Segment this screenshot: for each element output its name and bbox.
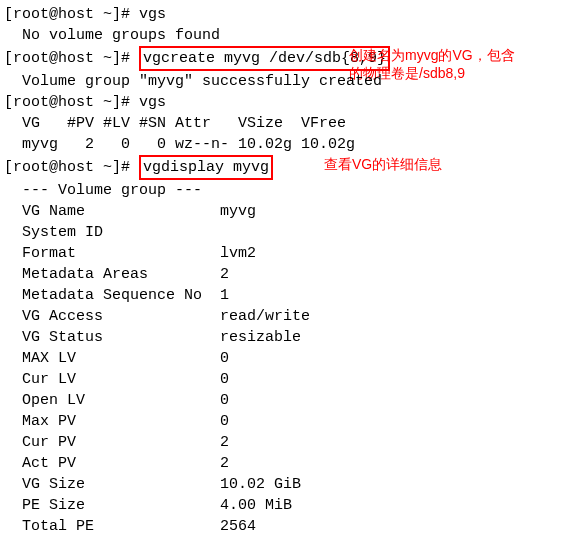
prompt: [root@host ~]# (4, 159, 139, 176)
value-act-pv: 2 (220, 455, 229, 472)
vg-size-row: VG Size 10.02 GiB (4, 474, 570, 495)
pe-size-row: PE Size 4.00 MiB (4, 495, 570, 516)
cur-lv-row: Cur LV 0 (4, 369, 570, 390)
vgs-row: myvg 2 0 0 wz--n- 10.02g 10.02g (4, 134, 570, 155)
max-lv-row: MAX LV 0 (4, 348, 570, 369)
label-cur-pv: Cur PV (4, 434, 220, 451)
value-metadata-areas: 2 (220, 266, 229, 283)
label-max-lv: MAX LV (4, 350, 220, 367)
prompt: [root@host ~]# (4, 94, 139, 111)
value-vg-access: read/write (220, 308, 310, 325)
label-cur-lv: Cur LV (4, 371, 220, 388)
value-metadata-seq: 1 (220, 287, 229, 304)
value-format: lvm2 (220, 245, 256, 262)
value-max-pv: 0 (220, 413, 229, 430)
value-open-lv: 0 (220, 392, 229, 409)
annotation-view-vg: 查看VG的详细信息 (324, 155, 442, 175)
system-id-row: System ID (4, 222, 570, 243)
label-format: Format (4, 245, 220, 262)
value-vg-status: resizable (220, 329, 301, 346)
label-vg-status: VG Status (4, 329, 220, 346)
vg-status-row: VG Status resizable (4, 327, 570, 348)
value-cur-pv: 2 (220, 434, 229, 451)
value-total-pe: 2564 (220, 518, 256, 535)
prompt: [root@host ~]# (4, 50, 139, 67)
annotation-create-vg-line1: 创建名为myvg的VG，包含 (349, 46, 515, 66)
label-vg-access: VG Access (4, 308, 220, 325)
label-max-pv: Max PV (4, 413, 220, 430)
label-open-lv: Open LV (4, 392, 220, 409)
cmd-line-vgcreate: [root@host ~]# vgcreate myvg /dev/sdb{8,… (4, 46, 570, 71)
cur-pv-row: Cur PV 2 (4, 432, 570, 453)
vgs-header: VG #PV #LV #SN Attr VSize VFree (4, 113, 570, 134)
cmd-vgs: vgs (139, 94, 166, 111)
label-metadata-areas: Metadata Areas (4, 266, 220, 283)
value-max-lv: 0 (220, 350, 229, 367)
cmd-line-vgs1: [root@host ~]# vgs (4, 4, 570, 25)
label-total-pe: Total PE (4, 518, 220, 535)
value-vg-name: myvg (220, 203, 256, 220)
label-vg-size: VG Size (4, 476, 220, 493)
cmd-line-vgs2: [root@host ~]# vgs (4, 92, 570, 113)
max-pv-row: Max PV 0 (4, 411, 570, 432)
value-pe-size: 4.00 MiB (220, 497, 292, 514)
open-lv-row: Open LV 0 (4, 390, 570, 411)
format-row: Format lvm2 (4, 243, 570, 264)
total-pe-row: Total PE 2564 (4, 516, 570, 537)
vg-access-row: VG Access read/write (4, 306, 570, 327)
vgdisplay-title: --- Volume group --- (4, 180, 570, 201)
label-vg-name: VG Name (4, 203, 220, 220)
output-no-groups: No volume groups found (4, 25, 570, 46)
value-vg-size: 10.02 GiB (220, 476, 301, 493)
cmd-line-vgdisplay: [root@host ~]# vgdisplay myvg查看VG的详细信息 (4, 155, 570, 180)
prompt: [root@host ~]# (4, 6, 139, 23)
metadata-areas-row: Metadata Areas 2 (4, 264, 570, 285)
output-created: Volume group "myvg" successfully created (4, 71, 570, 92)
metadata-seq-row: Metadata Sequence No 1 (4, 285, 570, 306)
vg-name-row: VG Name myvg (4, 201, 570, 222)
label-metadata-seq: Metadata Sequence No (4, 287, 220, 304)
cmd-vgdisplay-highlighted: vgdisplay myvg (139, 155, 273, 180)
label-pe-size: PE Size (4, 497, 220, 514)
cmd-vgs: vgs (139, 6, 166, 23)
value-cur-lv: 0 (220, 371, 229, 388)
label-act-pv: Act PV (4, 455, 220, 472)
label-system-id: System ID (4, 224, 220, 241)
act-pv-row: Act PV 2 (4, 453, 570, 474)
